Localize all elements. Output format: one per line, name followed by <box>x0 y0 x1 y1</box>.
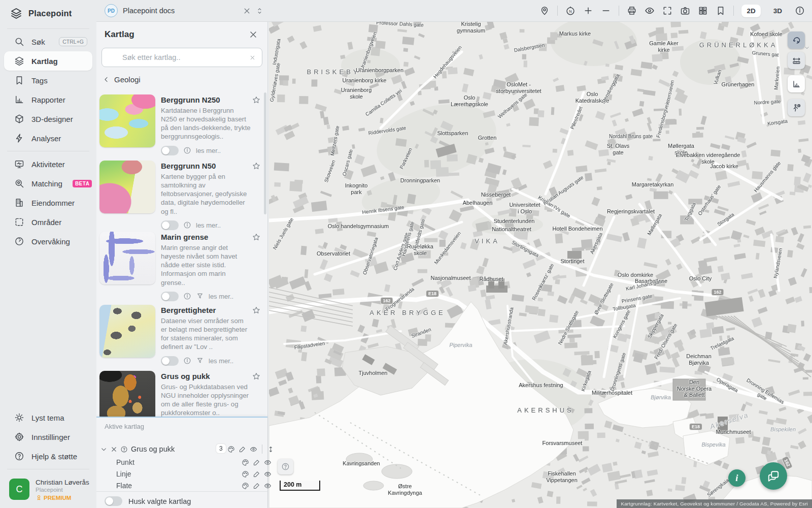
chevron-down-icon[interactable] <box>100 446 108 453</box>
walk-clock-icon <box>792 103 801 113</box>
layer-thumbnail[interactable] <box>99 305 155 358</box>
clear-search-icon[interactable] <box>249 54 256 61</box>
filter-funnel-icon[interactable] <box>196 357 204 365</box>
locate-icon[interactable] <box>539 6 550 16</box>
sort-arrows-icon[interactable] <box>267 446 275 453</box>
info-circle-icon[interactable] <box>795 6 805 16</box>
palette-icon[interactable] <box>227 446 235 453</box>
filter-funnel-icon[interactable] <box>196 292 204 300</box>
search-input[interactable] <box>121 53 245 62</box>
sidebar-item-analyser[interactable]: Analyser <box>4 129 92 148</box>
map-tool-walk-clock[interactable] <box>788 99 805 116</box>
layer-toggle[interactable] <box>161 356 179 366</box>
star-icon[interactable] <box>252 162 261 171</box>
close-panel-icon[interactable] <box>248 29 258 40</box>
measure-icon <box>792 56 801 66</box>
tab-title[interactable]: Placepoint docs <box>123 7 175 15</box>
info-circle-icon[interactable] <box>183 292 191 300</box>
map-tool-orbit-cursor[interactable] <box>788 31 805 49</box>
layer-thumbnail[interactable] <box>99 232 155 284</box>
sidebar-item-kartlag[interactable]: Kartlag <box>4 51 92 71</box>
active-sublayer-flate[interactable]: Flate <box>96 480 267 492</box>
layer-thumbnail[interactable] <box>99 161 155 213</box>
star-icon[interactable] <box>252 96 261 105</box>
map-tool-measure[interactable] <box>788 52 805 69</box>
eye-icon[interactable] <box>645 6 655 16</box>
info-circle-icon[interactable] <box>183 146 191 154</box>
palette-icon[interactable] <box>242 482 249 490</box>
read-more-link[interactable]: les mer.. <box>196 147 221 154</box>
compass-icon[interactable]: N <box>565 6 576 16</box>
close-tab-icon[interactable] <box>243 7 251 15</box>
star-icon[interactable] <box>252 233 261 242</box>
layer-toggle[interactable] <box>161 220 179 230</box>
map-attribution: Kartgrunnlag: Kartverket, Geovekst og ko… <box>617 499 812 508</box>
tools-collapse-chevron-icon[interactable] <box>804 45 810 51</box>
map-canvas[interactable]: BRISKEBYGRÜNERLØKKAVIKAAKER BRYGGEAKERSH… <box>269 21 812 508</box>
layer-count-badge: 3 <box>216 444 226 453</box>
sidebar-item-rapporter[interactable]: Rapporter <box>4 90 92 109</box>
breadcrumb-geologi[interactable]: Geologi <box>103 75 141 84</box>
fullscreen-icon[interactable] <box>662 6 672 16</box>
sidebar-item-matching[interactable]: MatchingBETA <box>4 174 92 193</box>
info-button[interactable]: i <box>728 469 746 487</box>
remember-layers-toggle[interactable] <box>105 496 122 506</box>
layer-description: Grus- og Pukkdatabasen ved NGU inneholde… <box>161 383 251 417</box>
sidebar-item-hjelp-st-tte[interactable]: Hjelp & støtte <box>4 447 92 466</box>
unfold-tab-icon[interactable] <box>255 7 264 15</box>
read-more-link[interactable]: les mer.. <box>209 293 233 300</box>
sidebar-item-omr-der[interactable]: Områder <box>4 212 92 232</box>
sidebar-item-overv-king[interactable]: Overvåking <box>4 232 92 251</box>
read-more-link[interactable]: les mer.. <box>196 221 221 229</box>
brush-icon[interactable] <box>253 470 260 478</box>
layer-search[interactable] <box>101 48 262 67</box>
active-sublayer-punkt[interactable]: Punkt <box>96 456 267 468</box>
layer-thumbnail[interactable] <box>99 371 155 417</box>
palette-icon[interactable] <box>242 459 249 466</box>
map-help-button[interactable] <box>278 459 293 474</box>
star-icon[interactable] <box>252 306 261 315</box>
gear-icon <box>14 432 24 442</box>
camera-icon[interactable] <box>680 6 690 16</box>
printer-icon[interactable] <box>627 6 637 16</box>
sidebar-item-aktiviteter[interactable]: Aktiviteter <box>4 154 92 174</box>
sidebar-item-s-k[interactable]: SøkCTRL+G <box>4 32 92 51</box>
read-more-link[interactable]: les mer.. <box>209 357 233 365</box>
active-sublayer-linje[interactable]: Linje <box>96 468 267 480</box>
layer-help-icon[interactable] <box>120 446 128 453</box>
chat-button[interactable] <box>760 462 787 490</box>
info-circle-icon[interactable] <box>183 221 191 229</box>
qr-icon[interactable] <box>698 6 708 16</box>
sidebar-item-innstillinger[interactable]: Innstillinger <box>4 427 92 447</box>
user-profile[interactable]: C Christian Løverås Placepoint PREMIUM <box>0 472 96 508</box>
sidebar-item-3d-designer[interactable]: 3D-designer <box>4 109 92 129</box>
bookmark-icon[interactable] <box>716 6 726 16</box>
info-circle-icon[interactable] <box>183 357 191 365</box>
layer-thumbnail[interactable] <box>99 94 155 147</box>
palette-icon[interactable] <box>242 470 249 478</box>
sidebar-item-lyst-tema[interactable]: Lyst tema <box>4 408 92 427</box>
eye-icon[interactable] <box>264 459 272 466</box>
mode-3d-button[interactable]: 3D <box>768 5 787 17</box>
minus-icon[interactable] <box>601 6 611 16</box>
panel-scrollbar[interactable] <box>264 92 266 214</box>
star-icon[interactable] <box>252 372 261 381</box>
search-icon <box>108 53 117 62</box>
eye-icon[interactable] <box>250 446 257 453</box>
avatar[interactable]: C <box>9 479 29 500</box>
brush-icon[interactable] <box>253 482 260 490</box>
brush-icon[interactable] <box>253 459 260 466</box>
map-tool-chart-sm[interactable] <box>788 75 805 92</box>
plus-icon[interactable] <box>583 6 593 16</box>
eye-icon[interactable] <box>264 482 272 490</box>
active-layer-group[interactable]: Grus og pukk 3 <box>96 443 271 455</box>
mode-2d-button[interactable]: 2D <box>741 5 760 17</box>
brush-icon[interactable] <box>239 446 246 453</box>
eye-icon[interactable] <box>264 470 272 478</box>
layer-toggle[interactable] <box>161 146 179 155</box>
sidebar-item-eiendommer[interactable]: Eiendommer <box>4 193 92 212</box>
layer-toggle[interactable] <box>161 292 179 301</box>
map-toolbar: N2D3D <box>269 0 812 22</box>
sidebar-item-tags[interactable]: Tags <box>4 71 92 90</box>
remove-layer-icon[interactable] <box>110 446 118 453</box>
